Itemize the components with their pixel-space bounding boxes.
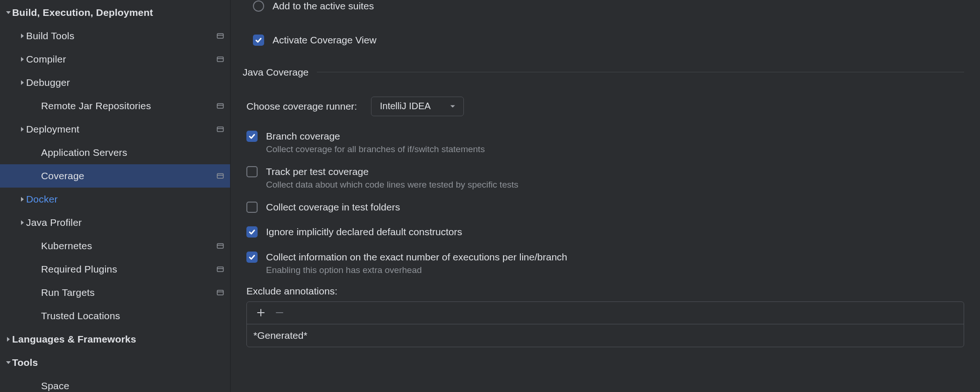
chevron-right-icon [19,33,26,39]
project-scope-icon [216,55,224,63]
tree-item-label: Space [41,380,224,392]
tree-item[interactable]: Remote Jar Repositories [0,94,230,118]
svg-rect-6 [217,127,224,132]
project-scope-icon [216,32,224,40]
chevron-right-icon [19,220,26,225]
option-add-to-active-suites[interactable]: Add to the active suites [246,0,964,13]
coverage-settings-panel: Add to the active suites Activate Covera… [231,0,980,392]
project-scope-icon [216,288,224,297]
chevron-right-icon [19,126,26,132]
project-scope-icon [216,102,224,110]
chevron-right-icon [19,80,26,85]
section-title: Java Coverage [243,67,308,78]
checkbox-unchecked-icon [246,202,258,213]
tree-item[interactable]: Compiler [0,48,230,71]
tree-item-label: Trusted Locations [41,310,224,322]
chevron-right-icon [19,56,26,62]
option-collect-in-test-folders[interactable]: Collect coverage in test folders [246,200,964,214]
tree-item[interactable]: Coverage [0,164,230,188]
option-branch-coverage[interactable]: Branch coverage Collect coverage for all… [246,129,964,155]
tree-item[interactable]: Space [0,374,230,392]
checkbox-description: Enabling this option has extra overhead [266,265,567,276]
checkbox-description: Collect data about which code lines were… [266,179,518,191]
exclude-annotations-list: *Generated* [246,301,964,347]
tree-item-label: Run Targets [41,287,216,298]
chevron-right-icon [19,196,26,202]
tree-item-label: Build Tools [26,30,216,42]
svg-rect-0 [217,34,224,38]
checkbox-label: Track per test coverage [266,165,518,178]
coverage-runner-label: Choose coverage runner: [246,101,357,112]
checkbox-label: Branch coverage [266,129,485,143]
add-button[interactable] [252,304,269,321]
tree-item[interactable]: Trusted Locations [0,304,230,328]
tree-item[interactable]: Build, Execution, Deployment [0,1,230,24]
checkbox-description: Collect coverage for all branches of if/… [266,144,485,155]
checkbox-label: Activate Coverage View [273,33,377,47]
project-scope-icon [216,172,224,180]
chevron-down-icon [449,103,456,110]
checkbox-checked-icon [246,226,258,238]
chevron-down-icon [5,10,12,15]
tree-item[interactable]: Run Targets [0,281,230,304]
java-coverage-section-header: Java Coverage [243,67,964,78]
svg-rect-8 [217,174,224,178]
svg-rect-2 [217,57,224,62]
tree-item-label: Debugger [26,77,224,88]
tree-item-label: Tools [12,357,224,368]
project-scope-icon [216,125,224,133]
svg-rect-14 [217,290,224,295]
tree-item-label: Docker [26,194,224,205]
coverage-runner-dropdown[interactable]: IntelliJ IDEA [371,97,464,116]
minus-icon [275,308,284,317]
tree-item-label: Coverage [41,170,216,182]
tree-item[interactable]: Tools [0,351,230,374]
remove-button[interactable] [271,304,288,321]
tree-item[interactable]: Java Profiler [0,211,230,234]
tree-item[interactable]: Deployment [0,118,230,141]
tree-item[interactable]: Docker [0,188,230,211]
option-track-per-test-coverage[interactable]: Track per test coverage Collect data abo… [246,165,964,191]
radio-label: Add to the active suites [273,0,374,13]
radio-icon-unselected [253,0,264,12]
tree-item[interactable]: Languages & Frameworks [0,328,230,351]
plus-icon [256,308,266,317]
tree-item[interactable]: Required Plugins [0,258,230,281]
tree-item-label: Remote Jar Repositories [41,100,216,112]
exclude-annotations-label: Exclude annotations: [246,286,964,297]
tree-item-label: Kubernetes [41,240,216,252]
tree-item-label: Languages & Frameworks [12,334,224,345]
checkbox-checked-icon [246,252,258,263]
divider [317,72,964,72]
checkbox-label: Collect information on the exact number … [266,250,567,264]
tree-item-label: Compiler [26,54,216,65]
tree-item-label: Build, Execution, Deployment [12,7,224,18]
svg-rect-12 [217,267,224,272]
list-item[interactable]: *Generated* [247,324,964,347]
tree-item[interactable]: Application Servers [0,141,230,164]
chevron-down-icon [5,360,12,365]
settings-tree: Build, Execution, DeploymentBuild ToolsC… [0,0,231,392]
option-ignore-default-constructors[interactable]: Ignore implicitly declared default const… [246,225,964,238]
svg-rect-10 [217,244,224,248]
chevron-right-icon [5,336,12,342]
tree-item[interactable]: Build Tools [0,24,230,48]
tree-item-label: Application Servers [41,147,224,158]
checkbox-label: Collect coverage in test folders [266,200,400,214]
tree-item-label: Deployment [26,124,216,135]
checkbox-unchecked-icon [246,166,258,177]
project-scope-icon [216,242,224,250]
checkbox-checked-icon [253,35,264,46]
checkbox-label: Ignore implicitly declared default const… [266,225,462,238]
project-scope-icon [216,265,224,273]
tree-item-label: Java Profiler [26,217,224,228]
tree-item[interactable]: Kubernetes [0,234,230,258]
option-collect-execution-count[interactable]: Collect information on the exact number … [246,250,964,276]
tree-item-label: Required Plugins [41,264,216,275]
checkbox-checked-icon [246,131,258,142]
option-activate-coverage-view[interactable]: Activate Coverage View [246,33,964,47]
tree-item[interactable]: Debugger [0,71,230,94]
list-toolbar [247,302,964,324]
dropdown-value: IntelliJ IDEA [380,101,431,112]
svg-rect-4 [217,104,224,108]
